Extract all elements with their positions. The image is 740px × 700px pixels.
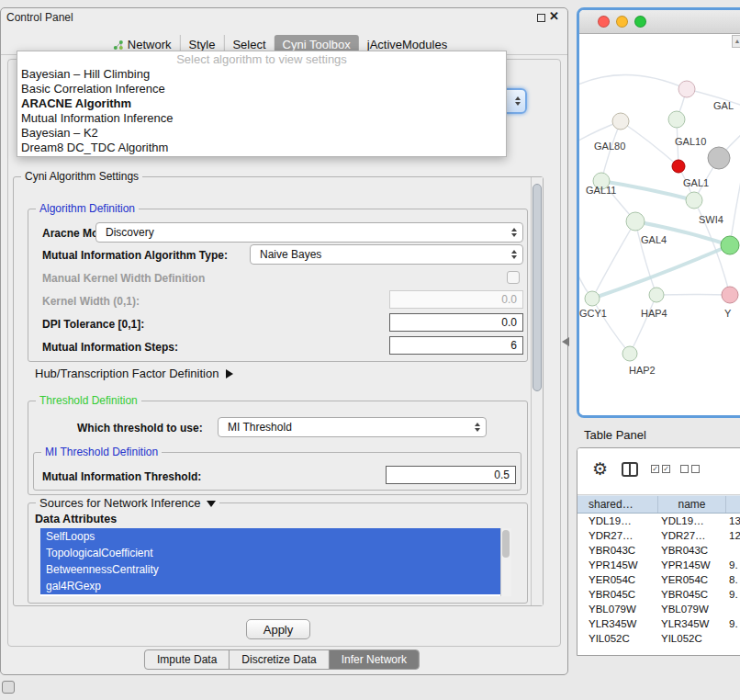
kernel-width-input[interactable]: 0.0 [389,290,523,309]
manual-kernel-width-checkbox[interactable] [507,271,520,284]
network-node[interactable] [721,236,739,254]
spinner-icon [511,250,517,259]
network-tab-icon [113,40,124,51]
network-canvas[interactable]: GAL GAL80 GAL10 GAL11 GAL1 SWI4 GAL4 GCY… [579,34,740,415]
traffic-light-close[interactable] [598,16,610,28]
traffic-light-minimize[interactable] [616,16,628,28]
manual-kernel-width-label: Manual Kernel Width Definition [42,272,205,285]
selected-value: Discovery [106,226,154,239]
mi-algorithm-type-select[interactable]: Naive Bayes [250,244,523,265]
which-threshold-select[interactable]: MI Threshold [218,417,487,437]
network-node[interactable] [585,291,600,306]
screenshot-root: Control Panel ✕ Network Style Select Cyn… [0,0,740,700]
scroll-up-button[interactable]: ▲ [732,35,740,48]
panel-collapse-arrow[interactable] [562,337,569,346]
show-columns-icon[interactable] [622,462,638,477]
column-header[interactable] [726,496,740,513]
node-label: SWI4 [699,214,723,225]
network-view-window: GAL GAL80 GAL10 GAL11 GAL1 SWI4 GAL4 GCY… [577,7,740,418]
algorithm-option[interactable]: Basic Correlation Inference [17,82,506,96]
table-row[interactable]: YPR145W YPR145W 9. [577,558,740,572]
algorithm-option[interactable]: Dream8 DC_TDC Algorithm [17,141,506,155]
list-scrollbar[interactable] [500,528,511,596]
table-row[interactable]: YDL19… YDL19… 13 [577,514,740,528]
traffic-light-zoom[interactable] [634,16,646,28]
network-node[interactable] [708,147,730,169]
list-item[interactable]: BetweennessCentrality [40,561,500,578]
network-node[interactable] [678,81,695,97]
selected-value: MI Threshold [228,421,292,434]
sources-toggle[interactable]: Sources for Network Inference [36,496,219,510]
apply-button[interactable]: Apply [246,619,310,639]
node-label: GAL [713,100,734,111]
network-node[interactable] [668,111,685,128]
network-node[interactable] [686,192,702,209]
taskbar-icon[interactable] [2,681,15,694]
network-node[interactable] [722,287,738,303]
mi-steps-input[interactable]: 6 [389,336,523,355]
list-item[interactable]: gal4RGexp [40,578,500,594]
algorithm-option[interactable]: Bayesian – Hill Climbing [17,67,506,82]
spinner-icon [475,423,480,432]
group-title: MI Threshold Definition [41,446,162,458]
chevron-right-icon [226,369,233,378]
mi-threshold-label: Mutual Information Threshold: [42,470,201,483]
scrollbar-thumb[interactable] [533,184,542,391]
bottom-tabbar: Impute Data Discretize Data Infer Networ… [144,649,420,670]
group-title: Cyni Algorithm Settings [21,170,142,183]
table-row[interactable]: YDR27… YDR27… 12 [577,528,740,543]
dpi-tolerance-input[interactable]: 0.0 [389,313,523,332]
mi-type-label: Mutual Information Algorithm Type: [42,249,228,262]
group-title: Threshold Definition [36,394,141,407]
selected-value: Naive Bayes [260,248,321,261]
node-label: HAP2 [629,365,656,376]
mi-steps-label: Mutual Information Steps: [42,341,178,354]
network-node[interactable] [672,160,685,173]
aracne-mode-select[interactable]: Discovery [95,222,523,243]
table-row[interactable]: YBR043C YBR043C [577,543,740,558]
hub-definition-toggle[interactable]: Hub/Transcription Factor Definition [35,367,233,380]
network-node[interactable] [626,212,645,231]
table-body: YDL19… YDL19… 13 YDR27… YDR27… 12 YBR043… [577,514,740,646]
bottom-tab[interactable]: Infer Network [329,650,419,669]
node-label: HAP4 [641,308,667,319]
kernel-width-label: Kernel Width (0,1): [42,295,140,308]
algorithm-option[interactable]: ARACNE Algorithm [17,96,506,111]
data-attributes-label: Data Attributes [35,513,117,525]
table-row[interactable]: YBL079W YBL079W [577,602,740,616]
column-header[interactable]: shared… [577,496,658,513]
algorithm-option[interactable]: Bayesian – K2 [17,126,506,141]
algorithm-option[interactable]: Select algorithm to view settings [17,52,506,67]
unselect-all-columns-icon[interactable] [680,465,700,473]
select-all-columns-icon[interactable]: ✓✓ [651,465,670,473]
network-node[interactable] [649,288,664,302]
network-node[interactable] [612,113,629,130]
list-item[interactable]: SelfLoops [40,528,500,545]
network-node[interactable] [622,346,637,361]
scrollbar-thumb[interactable] [502,530,510,558]
table-row[interactable]: YER054C YER054C 8. [577,572,740,587]
data-attributes-list[interactable]: SelfLoops TopologicalCoefficient Between… [40,528,511,596]
bottom-tab[interactable]: Discretize Data [229,650,328,669]
network-window-titlebar[interactable] [579,10,740,34]
group-title: Algorithm Definition [36,202,139,215]
node-label: GAL80 [594,141,625,152]
table-row[interactable]: YIL052C YIL052C [577,631,740,646]
window-title: Control Panel [6,11,73,24]
table-header: shared… name [577,495,740,514]
node-label: GAL11 [586,185,616,196]
bottom-tab[interactable]: Impute Data [145,650,229,669]
mi-threshold-input[interactable]: 0.5 [386,466,516,484]
float-window-icon[interactable] [537,14,545,22]
which-threshold-label: Which threshold to use: [77,422,203,435]
close-icon[interactable]: ✕ [549,9,559,23]
column-header[interactable]: name [658,496,726,513]
table-row[interactable]: YLR345W YLR345W 9. [577,616,740,631]
list-item[interactable]: TopologicalCoefficient [40,545,500,561]
table-toolbar: ⚙ ✓✓ [577,448,740,495]
node-label: GAL4 [641,234,667,245]
table-row[interactable]: YBR045C YBR045C 9. [577,587,740,602]
tab-label: Network [128,38,172,51]
algorithm-option[interactable]: Mutual Information Inference [17,111,506,126]
settings-gear-icon[interactable]: ⚙ [592,460,608,479]
